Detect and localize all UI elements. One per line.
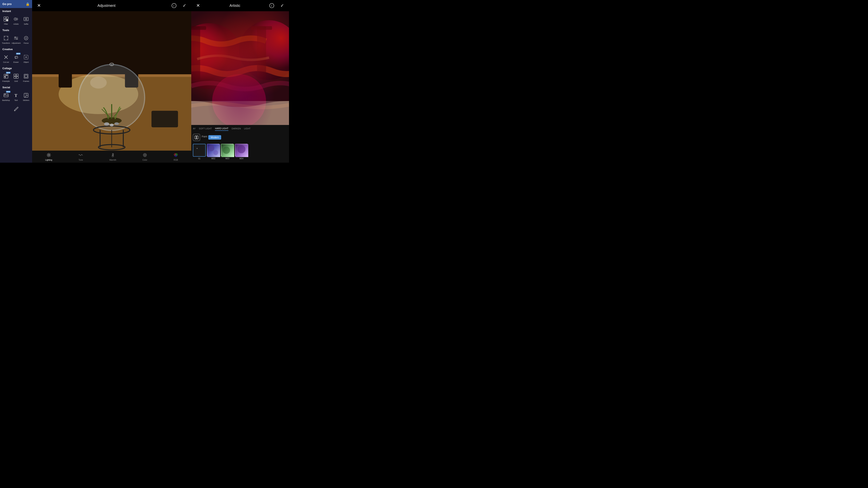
- artistic-title: Artistic: [229, 4, 241, 8]
- stickers-label: Stickers: [23, 99, 29, 101]
- compare-button[interactable]: [193, 134, 200, 141]
- tool-artistic[interactable]: Artistic: [11, 14, 21, 26]
- style-row: Paint Modern: [191, 132, 289, 142]
- adjustment-close-button[interactable]: ✕: [35, 2, 42, 9]
- brush-icon[interactable]: [12, 105, 20, 112]
- blend-tab-darken[interactable]: DARKEN: [231, 127, 241, 131]
- tool-adjustment[interactable]: Adjustment: [11, 33, 21, 45]
- lock-icon: 🔒: [26, 2, 30, 6]
- filter-item-m02[interactable]: M02: [207, 144, 220, 160]
- svg-rect-27: [16, 76, 18, 78]
- artistic-preview: [191, 11, 289, 125]
- tool-filter[interactable]: Filter: [1, 14, 11, 26]
- bottom-tool-tone[interactable]: Tone: [77, 152, 85, 162]
- artistic-confirm-button[interactable]: ✓: [279, 2, 286, 9]
- creative-tool-grid: Cut out NEW Eraser Object: [0, 52, 32, 65]
- tool-freestyle[interactable]: NEW Freestyle: [1, 71, 11, 84]
- tool-selfie[interactable]: Selfie: [21, 14, 31, 26]
- filter-item-m04[interactable]: M04: [235, 144, 248, 160]
- svg-point-75: [112, 155, 114, 157]
- svg-point-62: [114, 122, 119, 125]
- adjustment-confirm-button[interactable]: ✓: [181, 2, 188, 9]
- lighting-icon: [46, 153, 51, 158]
- svg-point-60: [104, 122, 110, 126]
- cutout-label: Cut out: [3, 61, 9, 63]
- tool-frames[interactable]: Frames: [21, 71, 31, 84]
- svg-line-70: [48, 154, 48, 154]
- filter-item-01[interactable]: 01: [193, 144, 206, 160]
- cutout-icon: [2, 54, 10, 61]
- style-modern[interactable]: Modern: [208, 135, 221, 140]
- svg-rect-98: [193, 144, 205, 156]
- svg-point-12: [17, 38, 18, 39]
- artistic-header: ✕ Artistic i ✓: [191, 0, 289, 11]
- artistic-label: Artistic: [13, 23, 19, 25]
- color-icon: [143, 153, 147, 158]
- blend-tab-soft-light[interactable]: SOFT LIGHT: [199, 127, 212, 131]
- tool-focus[interactable]: Focus: [22, 33, 31, 45]
- selfie-icon: [23, 15, 30, 23]
- tone-icon: [78, 153, 83, 158]
- filter-thumb-m04[interactable]: [235, 144, 248, 157]
- tool-text[interactable]: T Text: [11, 91, 21, 102]
- filter-name-m04: M04: [240, 158, 243, 160]
- bottom-tool-warmth[interactable]: Warmth: [108, 152, 118, 162]
- tool-grid[interactable]: Grid: [11, 71, 21, 84]
- stickers-icon: [23, 92, 30, 99]
- svg-point-14: [26, 38, 27, 38]
- focus-label: Focus: [24, 42, 29, 44]
- backdrop-icon: [2, 92, 10, 99]
- go-pro-bar[interactable]: Go pro 🔒: [0, 0, 32, 8]
- blend-tab-lighten[interactable]: LIGHT: [244, 127, 250, 131]
- tool-cutout[interactable]: Cut out: [1, 52, 11, 64]
- filter-thumb-m03[interactable]: [221, 144, 234, 157]
- svg-point-44: [56, 41, 60, 61]
- svg-line-72: [48, 156, 48, 157]
- blend-tab-overlay[interactable]: AY: [193, 127, 196, 131]
- filter-thumb-m02[interactable]: [207, 144, 220, 157]
- svg-line-73: [50, 154, 50, 154]
- filter-name-m03: M03: [225, 158, 229, 160]
- bottom-toolbar: Lighting Tone Warmth: [32, 151, 191, 163]
- svg-rect-21: [6, 74, 8, 75]
- backdrop-new-badge: NEW: [6, 91, 10, 93]
- style-paint[interactable]: Paint: [202, 135, 207, 140]
- filter-item-m03[interactable]: M03: [221, 144, 234, 160]
- brush-area: [0, 103, 32, 114]
- tool-eraser[interactable]: NEW Eraser: [11, 52, 21, 64]
- svg-point-81: [145, 155, 145, 156]
- tool-backdrop[interactable]: NEW Backdrop: [1, 91, 11, 102]
- filter-label: Filter: [4, 23, 8, 25]
- tool-stickers[interactable]: Stickers: [21, 91, 31, 102]
- adjustment-header-right: i ✓: [170, 2, 188, 9]
- svg-text:i: i: [271, 4, 272, 7]
- eraser-new-badge: NEW: [16, 53, 21, 55]
- tools-tool-grid: Transform Adjustment Focus: [0, 32, 32, 46]
- svg-rect-3: [6, 19, 8, 21]
- lighting-label: Lighting: [45, 159, 52, 161]
- artistic-info-button[interactable]: i: [268, 2, 275, 9]
- bottom-tool-rgb[interactable]: RGB: [172, 152, 180, 162]
- warmth-label: Warmth: [110, 159, 116, 161]
- svg-rect-26: [14, 76, 16, 78]
- focus-icon: [23, 34, 30, 42]
- svg-point-31: [5, 94, 5, 95]
- tool-transform[interactable]: Transform: [1, 33, 11, 45]
- svg-point-4: [14, 18, 17, 20]
- adjustment-info-button[interactable]: i: [170, 2, 178, 9]
- bottom-tool-lighting[interactable]: Lighting: [43, 152, 54, 162]
- adjustment-label: Adjustment: [11, 42, 21, 44]
- blend-tab-hard-light[interactable]: HARD LIGHT: [215, 126, 228, 131]
- artistic-close-button[interactable]: ✕: [194, 2, 202, 9]
- svg-rect-22: [4, 76, 5, 78]
- rgb-icon: [174, 153, 178, 158]
- svg-point-45: [64, 34, 68, 54]
- filter-thumb-01[interactable]: [193, 144, 206, 157]
- svg-point-103: [208, 145, 214, 151]
- svg-point-84: [175, 155, 177, 157]
- bottom-tool-color[interactable]: Color: [141, 152, 149, 162]
- svg-rect-63: [152, 111, 178, 127]
- tool-object[interactable]: Object: [21, 52, 31, 64]
- svg-rect-41: [52, 21, 79, 26]
- section-social-label: Social: [0, 84, 32, 90]
